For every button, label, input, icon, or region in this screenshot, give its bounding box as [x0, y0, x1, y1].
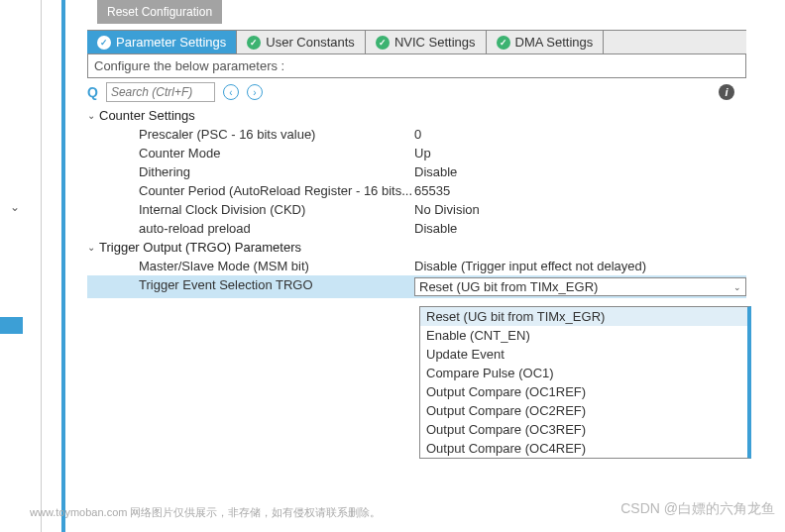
section-trigger-output[interactable]: ⌄ Trigger Output (TRGO) Parameters [87, 238, 746, 257]
search-prev-button[interactable]: ‹ [223, 84, 239, 100]
param-label: Trigger Event Selection TRGO [87, 277, 414, 296]
tab-label: Parameter Settings [116, 35, 226, 50]
param-label: Prescaler (PSC - 16 bits value) [87, 127, 414, 142]
dropdown-option[interactable]: Reset (UG bit from TIMx_EGR) [420, 307, 747, 326]
tab-dma-settings[interactable]: ✓ DMA Settings [487, 31, 605, 53]
tab-bar: ✓ Parameter Settings ✓ User Constants ✓ … [87, 30, 746, 54]
dropdown-value: Reset (UG bit from TIMx_EGR) [419, 279, 598, 294]
tab-nvic-settings[interactable]: ✓ NVIC Settings [366, 31, 487, 53]
section-title: Counter Settings [99, 108, 195, 123]
dropdown-option[interactable]: Output Compare (OC4REF) [420, 439, 747, 458]
watermark-right: CSDN @白嫖的六角龙鱼 [620, 500, 775, 518]
dropdown-option[interactable]: Enable (CNT_EN) [420, 326, 747, 345]
param-label: Master/Slave Mode (MSM bit) [87, 259, 414, 273]
dropdown-option[interactable]: Update Event [420, 345, 747, 364]
param-row-trgo[interactable]: Trigger Event Selection TRGO Reset (UG b… [87, 275, 746, 298]
check-icon: ✓ [97, 36, 111, 50]
param-value: 65535 [414, 183, 450, 198]
param-row[interactable]: Prescaler (PSC - 16 bits value) 0 [87, 125, 746, 144]
tab-label: User Constants [266, 35, 355, 50]
watermark-bottom: www.toymoban.com 网络图片仅供展示，非存储，如有侵权请联系删除。 [30, 505, 381, 520]
param-label: auto-reload preload [87, 221, 414, 236]
param-row[interactable]: Counter Period (AutoReload Register - 16… [87, 181, 746, 200]
search-next-button[interactable]: › [247, 84, 263, 100]
param-row[interactable]: Counter Mode Up [87, 144, 746, 162]
param-value: Disable [414, 221, 457, 236]
tab-label: NVIC Settings [394, 35, 476, 50]
dropdown-option[interactable]: Output Compare (OC2REF) [420, 401, 747, 420]
info-icon[interactable]: i [719, 84, 734, 100]
trgo-dropdown[interactable]: Reset (UG bit from TIMx_EGR) ⌄ [414, 277, 746, 296]
chevron-down-icon: ⌄ [87, 242, 95, 253]
param-row[interactable]: Master/Slave Mode (MSM bit) Disable (Tri… [87, 257, 746, 275]
section-title: Trigger Output (TRGO) Parameters [99, 240, 301, 255]
param-value: No Division [414, 202, 480, 217]
tab-parameter-settings[interactable]: ✓ Parameter Settings [87, 31, 237, 53]
section-counter-settings[interactable]: ⌄ Counter Settings [87, 106, 746, 125]
param-row[interactable]: auto-reload preload Disable [87, 219, 746, 238]
chevron-down-icon: ⌄ [733, 282, 741, 292]
tab-user-constants[interactable]: ✓ User Constants [237, 31, 366, 53]
param-value: Disable (Trigger input effect not delaye… [414, 259, 646, 273]
left-margin-panel: ⌄ [0, 0, 42, 532]
search-input[interactable] [106, 82, 215, 102]
tab-label: DMA Settings [515, 35, 594, 50]
dropdown-option[interactable]: Output Compare (OC1REF) [420, 382, 747, 401]
chevron-down-icon[interactable]: ⌄ [10, 200, 20, 214]
dropdown-option[interactable]: Compare Pulse (OC1) [420, 364, 747, 382]
reset-configuration-button[interactable]: Reset Configuration [97, 0, 222, 24]
check-icon: ✓ [247, 36, 261, 50]
param-label: Internal Clock Division (CKD) [87, 202, 414, 217]
param-value: Up [414, 146, 431, 160]
param-value: Disable [414, 164, 457, 179]
check-icon: ✓ [376, 36, 390, 50]
param-row[interactable]: Dithering Disable [87, 162, 746, 181]
param-label: Counter Mode [87, 146, 414, 160]
dropdown-option[interactable]: Output Compare (OC3REF) [420, 420, 747, 439]
trgo-dropdown-list: Reset (UG bit from TIMx_EGR) Enable (CNT… [419, 306, 751, 459]
search-icon[interactable]: Q [87, 84, 98, 100]
selection-indicator [0, 317, 23, 334]
param-label: Dithering [87, 164, 414, 179]
param-value: 0 [414, 127, 421, 142]
instruction-text: Configure the below parameters : [87, 54, 746, 78]
chevron-down-icon: ⌄ [87, 110, 95, 121]
check-icon: ✓ [497, 36, 510, 50]
param-row[interactable]: Internal Clock Division (CKD) No Divisio… [87, 200, 746, 219]
param-label: Counter Period (AutoReload Register - 16… [87, 183, 414, 198]
